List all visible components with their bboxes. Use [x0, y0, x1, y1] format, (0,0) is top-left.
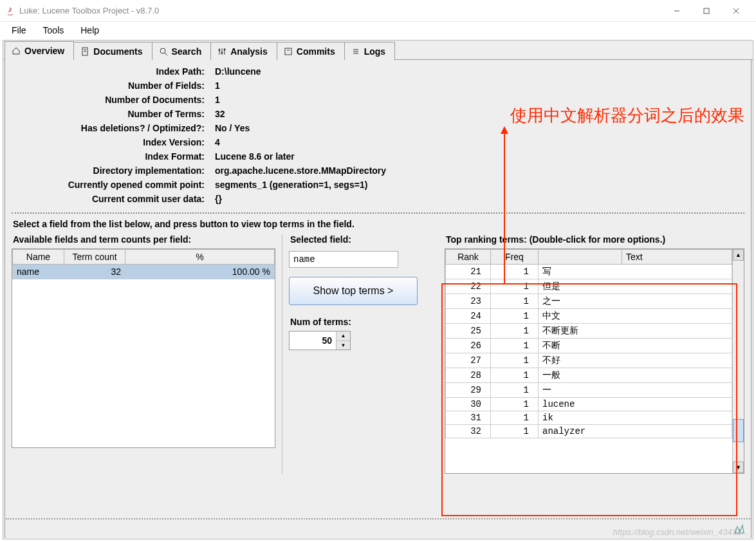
terms-vertical-scrollbar[interactable]: ▲ ▼ — [732, 249, 744, 473]
cell-rank: 32 — [446, 425, 491, 438]
label-commit-point: Currently opened commit point: — [12, 180, 205, 190]
fields-table-wrap[interactable]: Name Term count % name32100.00 % — [12, 248, 275, 448]
col-text[interactable]: Text — [622, 250, 732, 265]
spin-down-button[interactable]: ▼ — [337, 341, 350, 350]
cell-freq: 1 — [491, 425, 539, 438]
window-controls — [662, 1, 751, 21]
table-row[interactable]: 221但是 — [446, 279, 732, 294]
selected-field-input[interactable] — [289, 251, 398, 268]
cell-pct: 100.00 % — [125, 265, 275, 279]
cell-rank: 30 — [446, 398, 491, 411]
selection-column: Selected field: Show top terms > Num of … — [282, 234, 439, 474]
col-spacer[interactable] — [539, 250, 622, 265]
window-titlebar: Luke: Lucene Toolbox Project - v8.7.0 — [0, 0, 756, 22]
cell-rank: 29 — [446, 383, 491, 398]
cell-text: analyzer — [539, 425, 732, 438]
label-num-docs: Number of Documents: — [12, 95, 205, 105]
tab-commits[interactable]: Commits — [277, 42, 345, 60]
num-terms-value[interactable] — [290, 332, 336, 350]
fields-table: Name Term count % name32100.00 % — [12, 249, 275, 279]
cell-text: 一般 — [539, 368, 732, 383]
minimize-button[interactable] — [662, 1, 692, 21]
cell-rank: 26 — [446, 339, 491, 353]
scroll-down-button[interactable]: ▼ — [733, 462, 744, 473]
table-row[interactable]: 261不断 — [446, 339, 732, 353]
svg-point-13 — [221, 52, 223, 54]
table-row[interactable]: 281一般 — [446, 368, 732, 383]
index-info: Index Path: D:\luncene Number of Fields:… — [12, 65, 744, 210]
tab-label: Analysis — [230, 46, 268, 57]
cell-rank: 21 — [446, 265, 491, 279]
tab-analysis[interactable]: Analysis — [210, 42, 277, 60]
status-icon — [733, 523, 745, 534]
label-index-path: Index Path: — [12, 66, 205, 77]
menu-tools[interactable]: Tools — [37, 23, 71, 37]
svg-rect-15 — [285, 48, 291, 55]
lower-area: Available fields and term counts per fie… — [12, 234, 744, 474]
spin-up-button[interactable]: ▲ — [337, 332, 350, 341]
table-row[interactable]: name32100.00 % — [13, 265, 275, 279]
menu-help[interactable]: Help — [74, 23, 106, 37]
cell-text: 一 — [539, 383, 732, 398]
table-row[interactable]: 251不断更新 — [446, 324, 732, 339]
tab-strip: Overview Documents Search Analysis Commi… — [3, 41, 753, 60]
instructions-text: Select a field from the list below, and … — [12, 218, 744, 234]
value-version: 4 — [215, 137, 744, 147]
value-num-fields: 1 — [215, 80, 744, 91]
tab-documents[interactable]: Documents — [73, 42, 152, 60]
num-terms-label: Num of terms: — [289, 317, 433, 331]
maximize-button[interactable] — [692, 1, 721, 21]
status-bar — [6, 518, 750, 537]
terms-scroll-area[interactable]: Rank Freq Text 211写221但是231之一241中文251不断更… — [445, 249, 732, 473]
table-row[interactable]: 311ik — [446, 411, 732, 425]
java-app-icon — [5, 6, 15, 16]
home-icon — [12, 46, 21, 55]
menu-file[interactable]: File — [5, 23, 33, 37]
label-commit-user: Current commit user data: — [12, 194, 205, 204]
label-version: Index Version: — [12, 137, 205, 147]
col-freq[interactable]: Freq — [491, 250, 539, 265]
tab-label: Documents — [93, 46, 142, 57]
search-icon — [159, 47, 168, 56]
table-row[interactable]: 291一 — [446, 383, 732, 398]
cell-rank: 31 — [446, 411, 491, 425]
value-format: Lucene 8.6 or later — [215, 151, 744, 162]
tab-logs[interactable]: Logs — [344, 42, 395, 60]
svg-point-7 — [160, 48, 165, 53]
terms-table: Rank Freq Text 211写221但是231之一241中文251不断更… — [445, 249, 732, 438]
svg-line-8 — [165, 53, 167, 55]
window-title: Luke: Lucene Toolbox Project - v8.7.0 — [19, 6, 662, 15]
col-termcount[interactable]: Term count — [64, 250, 125, 265]
cell-name: name — [13, 265, 64, 279]
scroll-thumb[interactable] — [733, 419, 744, 442]
num-terms-spinner[interactable]: ▲ ▼ — [289, 331, 351, 350]
cell-text: 中文 — [539, 309, 732, 324]
cell-text: 但是 — [539, 279, 732, 294]
col-pct[interactable]: % — [125, 250, 275, 265]
terms-table-wrap: Rank Freq Text 211写221但是231之一241中文251不断更… — [445, 248, 744, 474]
show-top-terms-button[interactable]: Show top terms > — [289, 277, 418, 305]
commit-icon — [284, 47, 293, 56]
col-name[interactable]: Name — [13, 250, 64, 265]
tab-search[interactable]: Search — [152, 42, 212, 60]
table-row[interactable]: 231之一 — [446, 294, 732, 309]
table-row[interactable]: 271不好 — [446, 353, 732, 368]
separator — [12, 212, 744, 214]
value-num-terms: 32 — [215, 109, 744, 119]
cell-text: lucene — [539, 398, 732, 411]
cell-rank: 28 — [446, 368, 491, 383]
close-button[interactable] — [721, 1, 751, 21]
table-row[interactable]: 211写 — [446, 265, 732, 279]
cell-freq: 1 — [491, 383, 539, 398]
col-rank[interactable]: Rank — [446, 250, 491, 265]
menubar: File Tools Help — [0, 22, 756, 39]
tab-overview[interactable]: Overview — [5, 41, 74, 60]
fields-heading: Available fields and term counts per fie… — [12, 234, 277, 248]
scroll-up-button[interactable]: ▲ — [733, 249, 744, 261]
cell-text: 写 — [539, 265, 732, 279]
table-row[interactable]: 241中文 — [446, 309, 732, 324]
tab-label: Overview — [24, 46, 64, 56]
label-num-fields: Number of Fields: — [12, 80, 205, 91]
table-row[interactable]: 301lucene — [446, 398, 732, 411]
table-row[interactable]: 321analyzer — [446, 425, 732, 438]
